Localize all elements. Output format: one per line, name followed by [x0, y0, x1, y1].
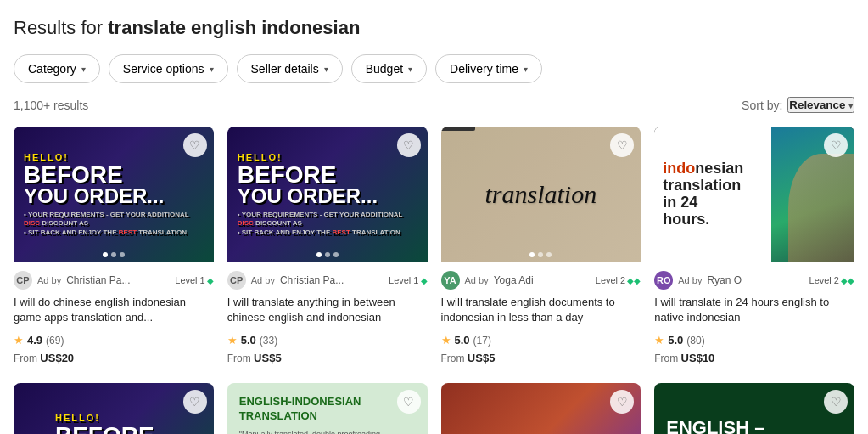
price-value: US$20 — [40, 352, 74, 364]
card-3-body: YA Ad by Yoga Adi Level 2 ◆◆ I will tran… — [441, 262, 641, 369]
card-2-price: From US$5 — [227, 352, 428, 364]
card-3-rating: ★ 5.0 (17) — [441, 334, 641, 347]
card-1-rating: ★ 4.9 (69) — [14, 334, 214, 347]
level-badge: Level 2 ◆◆ — [596, 275, 641, 285]
card-7[interactable]: INDONESIAN GRADUATE ♡ — [441, 383, 641, 434]
delivery-time-filter[interactable]: Delivery time ▾ — [435, 54, 542, 83]
card-5[interactable]: HELLO! BEFORE YOU ORDER... ♡ — [14, 383, 214, 434]
card-8-thumbnail: ENGLISH –INDONESIAN ♡ — [654, 383, 854, 434]
chevron-down-icon: ▾ — [324, 65, 328, 74]
card-4-thumbnail: indonesian translation in 24 hours. ♡ — [654, 127, 854, 262]
card-4-body: RO Ad by Ryan O Level 2 ◆◆ I will transl… — [654, 262, 854, 369]
level-badge: Level 2 ◆◆ — [809, 275, 854, 285]
wishlist-button[interactable]: ♡ — [397, 133, 421, 157]
level-label: Level 2 — [596, 275, 625, 285]
budget-label: Budget — [366, 62, 403, 76]
level-badge: Level 1 ◆ — [389, 275, 427, 285]
card-2-title: I will translate anything in between chi… — [227, 295, 428, 327]
level-label: Level 1 — [389, 275, 418, 285]
seller-details-filter[interactable]: Seller details ▾ — [237, 54, 343, 83]
ad-badge: Ad by — [37, 275, 61, 285]
ad-badge: Ad by — [251, 275, 275, 285]
star-icon: ★ — [227, 334, 238, 347]
seller-details-label: Seller details — [251, 62, 319, 76]
chevron-down-icon: ▾ — [81, 65, 86, 74]
card-2-thumbnail: HELLO! BEFORE YOU ORDER... • YOUR REQUIR… — [227, 127, 428, 262]
seller-name[interactable]: Ryan O — [707, 274, 742, 286]
results-bar: 1,100+ results Sort by: Relevance ▾ — [14, 97, 854, 113]
star-icon: ★ — [441, 334, 451, 347]
card-7-thumbnail: INDONESIAN GRADUATE ♡ — [441, 383, 641, 434]
carousel-dots — [529, 252, 552, 257]
avatar: CP — [227, 271, 246, 290]
card-1-thumbnail: HELLO! BEFORE YOU ORDER... • YOUR REQUIR… — [14, 127, 214, 262]
level-dots: ◆◆ — [841, 276, 854, 285]
card-1-body: CP Ad by Christian Pa... Level 1 ◆ I wil… — [14, 262, 214, 369]
card-4-seller: RO Ad by Ryan O Level 2 ◆◆ — [654, 271, 854, 290]
wishlist-button[interactable]: ♡ — [610, 390, 634, 414]
sort-label: Sort by: — [742, 99, 782, 112]
card-4-price: From US$10 — [654, 352, 854, 364]
rating-score: 5.0 — [455, 334, 470, 347]
service-options-label: Service options — [123, 62, 204, 76]
seller-name[interactable]: Christian Pa... — [280, 274, 344, 286]
level-label: Level 1 — [175, 275, 204, 285]
page-container: Results for translate english indonesian… — [0, 0, 868, 434]
rating-count: (33) — [260, 335, 277, 347]
results-title: Results for translate english indonesian — [14, 17, 854, 39]
card-3-price: From US$5 — [441, 352, 641, 364]
chevron-down-icon: ▾ — [524, 65, 528, 74]
level-dots: ◆◆ — [627, 276, 641, 285]
rating-count: (69) — [46, 335, 64, 347]
sort-value-label: Relevance — [789, 99, 845, 111]
sort-relevance-button[interactable]: Relevance ▾ — [787, 97, 854, 113]
level-dots: ◆ — [421, 276, 428, 285]
star-icon: ★ — [654, 334, 664, 347]
delivery-time-label: Delivery time — [450, 62, 518, 76]
service-options-filter[interactable]: Service options ▾ — [109, 54, 228, 83]
budget-filter[interactable]: Budget ▾ — [351, 54, 427, 83]
filters-bar: Category ▾ Service options ▾ Seller deta… — [14, 54, 854, 83]
level-badge: Level 1 ◆ — [175, 275, 213, 285]
title-prefix: Results for — [14, 17, 108, 38]
card-4-rating: ★ 5.0 (80) — [654, 334, 854, 347]
card-3-thumbnail: translation ♡ — [441, 127, 641, 262]
card-2-body: CP Ad by Christian Pa... Level 1 ◆ I wil… — [227, 262, 428, 369]
category-filter[interactable]: Category ▾ — [14, 54, 100, 83]
avatar: CP — [14, 271, 32, 290]
rating-score: 4.9 — [27, 334, 42, 347]
carousel-dots — [316, 252, 339, 257]
price-value: US$5 — [468, 352, 496, 364]
rating-count: (17) — [473, 335, 491, 347]
card-1-price: From US$20 — [14, 352, 214, 364]
wishlist-button[interactable]: ♡ — [824, 390, 848, 414]
card-1-seller: CP Ad by Christian Pa... Level 1 ◆ — [14, 271, 214, 290]
card-4[interactable]: indonesian translation in 24 hours. ♡ — [654, 127, 854, 369]
level-label: Level 2 — [809, 275, 839, 285]
chevron-down-icon: ▾ — [408, 65, 412, 74]
rating-score: 5.0 — [241, 334, 256, 347]
card-5-thumbnail: HELLO! BEFORE YOU ORDER... ♡ — [14, 383, 214, 434]
rating-score: 5.0 — [668, 334, 683, 347]
card-1[interactable]: HELLO! BEFORE YOU ORDER... • YOUR REQUIR… — [14, 127, 214, 369]
card-2[interactable]: HELLO! BEFORE YOU ORDER... • YOUR REQUIR… — [227, 127, 428, 369]
carousel-dots — [103, 252, 125, 257]
title-query: translate english indonesian — [108, 17, 360, 38]
avatar: RO — [654, 271, 673, 290]
seller-name[interactable]: Christian Pa... — [66, 274, 130, 286]
results-count: 1,100+ results — [14, 99, 88, 112]
card-3[interactable]: translation ♡ YA Ad by Yoga Adi Level 2 — [441, 127, 641, 369]
card-3-seller: YA Ad by Yoga Adi Level 2 ◆◆ — [441, 271, 641, 290]
wishlist-button[interactable]: ♡ — [183, 390, 207, 414]
seller-name[interactable]: Yoga Adi — [494, 274, 534, 286]
wishlist-button[interactable]: ♡ — [397, 390, 421, 414]
card-8[interactable]: ENGLISH –INDONESIAN ♡ — [654, 383, 854, 434]
wishlist-button[interactable]: ♡ — [824, 133, 848, 157]
ad-badge: Ad by — [678, 275, 702, 285]
wishlist-button[interactable]: ♡ — [183, 133, 207, 157]
card-6-thumbnail: ENGLISH-INDONESIANTRANSLATION "Manually … — [227, 383, 428, 434]
card-6[interactable]: ENGLISH-INDONESIANTRANSLATION "Manually … — [227, 383, 428, 434]
avatar: YA — [441, 271, 460, 290]
sort-control: Sort by: Relevance ▾ — [742, 97, 854, 113]
price-value: US$5 — [254, 352, 282, 364]
